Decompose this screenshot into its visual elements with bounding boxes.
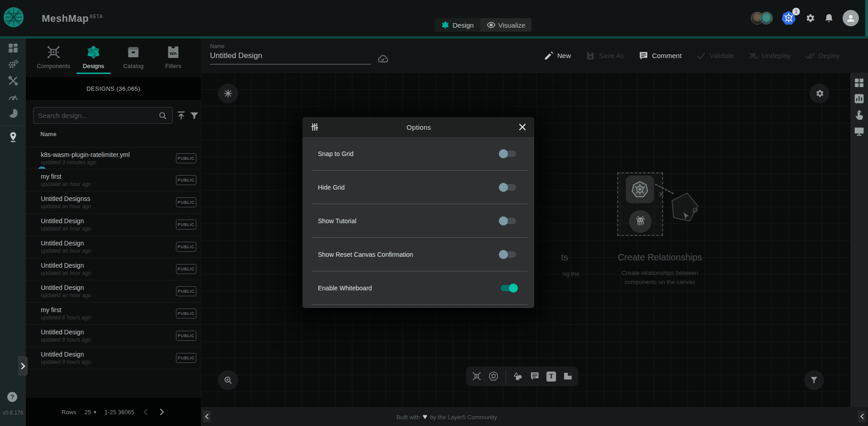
rail-divider <box>0 126 26 126</box>
deploy-button[interactable]: Deploy <box>805 51 840 61</box>
design-list-item[interactable]: Untitled Design updated 8 hours ago PUBL… <box>26 347 201 369</box>
help-button[interactable]: ? <box>7 392 17 402</box>
comment-bubble-icon <box>639 51 649 61</box>
lifecycle-gears-icon[interactable] <box>7 59 19 70</box>
demo-gear-dot <box>692 207 698 213</box>
collapse-right-button[interactable] <box>858 411 866 422</box>
check-icon <box>696 51 706 61</box>
option-toggle[interactable] <box>499 183 518 192</box>
design-list-item[interactable]: Untitled Design updated 8 hours ago PUBL… <box>26 325 201 347</box>
design-updated: updated an hour ago <box>41 225 196 232</box>
mode-toggle: Design Visualize <box>434 18 532 32</box>
previous-page-button[interactable] <box>142 408 150 416</box>
search-input[interactable] <box>38 112 158 119</box>
user-avatar-button[interactable] <box>843 10 859 26</box>
tab-components[interactable]: Components <box>34 39 73 75</box>
interaction-hand-icon[interactable] <box>853 110 865 121</box>
notifications-bell-icon[interactable] <box>824 13 834 24</box>
tab-filters[interactable]: WA Filters <box>154 39 193 75</box>
expand-drawer-button[interactable] <box>18 356 28 376</box>
settings-gear-icon[interactable] <box>805 13 815 24</box>
design-list-item[interactable]: Untitled Design updated an hour ago PUBL… <box>26 280 201 303</box>
next-page-button[interactable] <box>158 408 165 416</box>
dock-components-icon[interactable] <box>472 371 482 382</box>
tab-catalog[interactable]: Catalog <box>114 39 153 75</box>
tab-designs[interactable]: Designs <box>74 39 113 75</box>
filter-canvas-button[interactable] <box>804 370 824 390</box>
dock-media-icon[interactable] <box>563 371 573 382</box>
visibility-badge: PUBLIC <box>176 331 196 341</box>
designs-panel: Components Designs Catalog WA Filters <box>26 39 201 426</box>
layer5-logo[interactable] <box>4 7 24 27</box>
design-list-item[interactable]: Untitled Design updated an hour ago PUBL… <box>26 214 201 236</box>
dashboard-icon[interactable] <box>7 42 19 54</box>
heart-icon: ♥ <box>423 412 427 421</box>
toolbar-actions: New Save As Comment Validate <box>544 39 840 73</box>
close-icon[interactable] <box>518 122 527 132</box>
design-name: k8s-wasm-plugin-ratelimiter.yml <box>41 151 196 158</box>
validate-button[interactable]: Validate <box>696 51 734 61</box>
performance-gauge-icon[interactable] <box>7 91 19 103</box>
visibility-badge: PUBLIC <box>176 264 196 274</box>
design-name-field: Name <box>210 43 387 64</box>
design-list-item[interactable]: Untitled Design updated an hour ago PUBL… <box>26 258 201 280</box>
visualize-tab-label: Visualize <box>498 21 526 29</box>
comment-button[interactable]: Comment <box>639 51 682 61</box>
undeploy-button[interactable]: Undeploy <box>748 51 790 61</box>
right-tool-strip <box>850 73 868 407</box>
design-updated: updated 3 minutes ago <box>41 159 196 166</box>
upload-design-icon[interactable] <box>176 110 186 121</box>
design-name-input[interactable] <box>210 51 371 64</box>
option-toggle[interactable] <box>499 284 518 293</box>
dock-comment-icon[interactable] <box>530 371 540 382</box>
design-list-item[interactable]: Untitled Designss updated an hour ago PU… <box>26 191 201 214</box>
design-updated: updated an hour ago <box>41 248 196 254</box>
dock-shapes-icon[interactable] <box>513 371 523 382</box>
configuration-tools-icon[interactable] <box>7 75 19 87</box>
extensions-icon[interactable] <box>7 108 19 119</box>
demo-service-node <box>629 210 652 233</box>
design-updated: updated 8 hours ago <box>41 337 196 343</box>
option-toggle[interactable] <box>499 216 518 225</box>
visibility-badge: PUBLIC <box>176 175 196 185</box>
design-list-item[interactable]: k8s-wasm-plugin-ratelimiter.yml updated … <box>26 147 201 169</box>
display-monitor-icon[interactable] <box>853 126 865 137</box>
meshmap-app: MeshMapBETA Design <box>0 0 868 426</box>
design-canvas[interactable]: T ✕ Create Rela <box>201 73 868 407</box>
dock-kubernetes-icon[interactable] <box>488 371 498 382</box>
design-name: my first <box>41 173 196 180</box>
views-grid-icon[interactable] <box>853 77 865 88</box>
option-row: Show Tutorial <box>302 204 534 238</box>
collapse-left-button[interactable] <box>203 411 211 422</box>
tab-design[interactable]: Design <box>434 18 480 32</box>
app-title: MeshMapBETA <box>42 13 103 24</box>
new-button[interactable]: New <box>544 51 571 61</box>
canvas-settings-button[interactable] <box>809 83 829 103</box>
meshmap-pin-icon[interactable] <box>7 131 19 143</box>
components-icon <box>46 44 61 60</box>
design-list-item[interactable]: my first updated an hour ago PUBLIC <box>26 169 201 191</box>
zoom-button[interactable] <box>218 370 238 390</box>
collaborator-avatars[interactable] <box>751 12 773 24</box>
collaborator-avatar-2[interactable] <box>760 12 773 24</box>
design-list-item[interactable]: Untitled Design updated an hour ago PUBL… <box>26 236 201 258</box>
tab-visualize[interactable]: Visualize <box>480 18 532 32</box>
toggle-knob <box>499 149 508 158</box>
dock-text-icon[interactable]: T <box>546 372 556 382</box>
filter-funnel-icon[interactable] <box>189 110 200 121</box>
option-toggle[interactable] <box>499 250 518 259</box>
option-label: Enable Whiteboard <box>318 284 499 292</box>
search-box[interactable] <box>33 107 173 124</box>
rows-per-page-select[interactable]: 25 ▾ <box>84 409 96 416</box>
gear-icon <box>814 88 824 98</box>
options-modal-body: Snap to Grid Hide Grid Show Tutori <box>302 137 534 305</box>
design-list-item[interactable]: my first updated 6 hours ago PUBLIC <box>26 303 201 325</box>
freeze-layout-button[interactable] <box>218 83 238 103</box>
save-as-button[interactable]: Save As <box>585 51 624 61</box>
design-updated: updated 6 hours ago <box>41 314 196 321</box>
option-toggle[interactable] <box>499 149 518 158</box>
header-right-cluster: 1 <box>751 0 859 36</box>
kubernetes-context-button[interactable]: 1 <box>781 10 796 26</box>
snowflake-icon <box>223 88 233 98</box>
metrics-chart-icon[interactable] <box>853 93 865 104</box>
